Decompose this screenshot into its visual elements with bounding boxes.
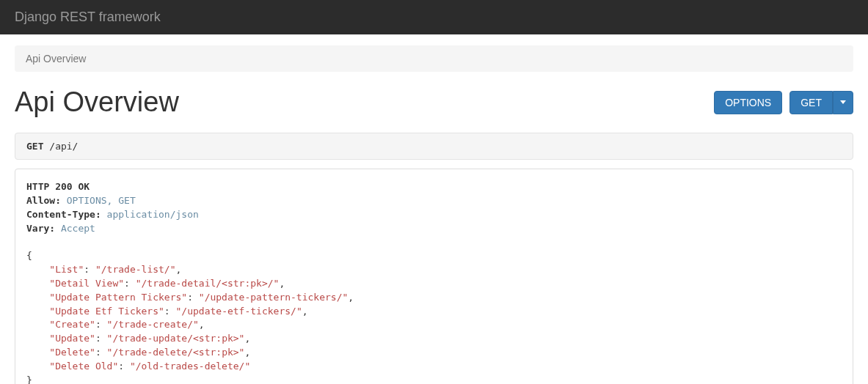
- json-key: "Delete": [49, 347, 95, 358]
- response-header-key: Vary:: [26, 223, 55, 234]
- breadcrumb-item[interactable]: Api Overview: [26, 53, 86, 64]
- button-group: OPTIONS GET: [714, 91, 853, 114]
- json-value: "/update-pattern-tickers/": [199, 292, 349, 303]
- response-header-value: OPTIONS, GET: [67, 195, 136, 206]
- response-header-key: Content-Type:: [26, 209, 101, 220]
- json-key: "List": [49, 264, 84, 275]
- get-dropdown-toggle[interactable]: [833, 91, 853, 114]
- json-key: "Update Etf Tickers": [49, 306, 164, 317]
- json-value: "/trade-create/": [107, 319, 199, 330]
- request-path: /api/: [49, 141, 78, 152]
- brand-link[interactable]: Django REST framework: [15, 10, 161, 24]
- response-header-value: application/json: [107, 209, 199, 220]
- response-block: HTTP 200 OK Allow: OPTIONS, GET Content-…: [15, 169, 853, 384]
- json-value: "/old-trades-delete/": [130, 361, 250, 372]
- json-value: "/trade-delete/<str:pk>": [107, 347, 245, 358]
- json-value: "/update-etf-tickers/": [176, 306, 302, 317]
- request-line: GET /api/: [15, 133, 853, 160]
- json-key: "Update Pattern Tickers": [49, 292, 187, 303]
- request-method: GET: [26, 141, 43, 152]
- json-key: "Update": [49, 333, 95, 344]
- page-title: Api Overview: [15, 86, 179, 118]
- get-button[interactable]: GET: [789, 91, 833, 114]
- json-key: "Delete Old": [49, 361, 118, 372]
- options-button[interactable]: OPTIONS: [714, 91, 782, 114]
- json-value: "/trade-detail/<str:pk>/": [136, 278, 280, 289]
- json-key: "Create": [49, 319, 95, 330]
- navbar: Django REST framework: [0, 0, 868, 34]
- status-line: HTTP 200 OK: [26, 181, 90, 192]
- get-button-group: GET: [789, 91, 853, 114]
- json-value: "/trade-list/": [95, 264, 176, 275]
- header-row: Api Overview OPTIONS GET: [15, 86, 853, 118]
- json-value: "/trade-update/<str:pk>": [107, 333, 245, 344]
- response-header-key: Allow:: [26, 195, 61, 206]
- main-container: Api Overview Api Overview OPTIONS GET GE…: [0, 34, 868, 384]
- json-key: "Detail View": [49, 278, 124, 289]
- chevron-down-icon: [840, 100, 846, 104]
- breadcrumb: Api Overview: [15, 45, 853, 72]
- response-header-value: Accept: [61, 223, 95, 234]
